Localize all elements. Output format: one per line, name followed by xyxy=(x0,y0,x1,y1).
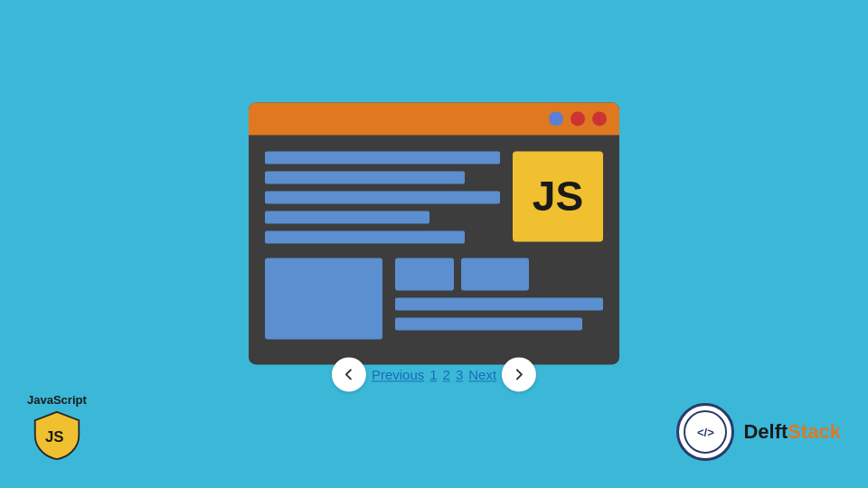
text-line-4 xyxy=(265,211,429,223)
second-row xyxy=(265,258,603,339)
left-column xyxy=(265,151,500,243)
content-area: JS xyxy=(265,151,603,243)
delft-logo-circle: </> xyxy=(676,403,734,461)
pagination: Previous 1 2 3 Next xyxy=(332,357,536,391)
next-circle-button[interactable] xyxy=(502,357,536,391)
traffic-light-red1 xyxy=(571,111,585,126)
page-1-link[interactable]: 1 xyxy=(429,367,437,382)
delft-inner-circle: </> xyxy=(684,410,727,454)
small-blocks-row xyxy=(395,258,603,290)
browser-window: JS Previous 1 2 3 xyxy=(249,102,619,364)
small-block-1 xyxy=(395,258,454,290)
page-2-link[interactable]: 2 xyxy=(443,367,450,382)
page-3-link[interactable]: 3 xyxy=(456,367,463,382)
prev-circle-button[interactable] xyxy=(332,357,366,391)
js-logo-box: JS xyxy=(513,151,603,241)
right-blocks xyxy=(395,258,603,339)
browser-content: JS xyxy=(249,135,619,364)
text-line-3 xyxy=(265,191,500,203)
svg-text:JS: JS xyxy=(45,428,64,446)
brand-delt: Delft xyxy=(743,420,788,443)
delft-code-icon: </> xyxy=(697,426,714,439)
brand-stack: Stack xyxy=(788,420,841,443)
traffic-light-blue xyxy=(549,111,563,126)
text-line-5 xyxy=(265,230,465,243)
text-line-2 xyxy=(265,171,465,183)
big-block xyxy=(265,258,382,339)
delftstack-text: DelftStack xyxy=(743,420,841,444)
wide-block-2 xyxy=(395,317,582,330)
js-shield-icon: JS xyxy=(32,410,82,461)
prev-link[interactable]: Previous xyxy=(372,367,424,382)
text-line-1 xyxy=(265,151,500,164)
next-link[interactable]: Next xyxy=(468,367,496,382)
js-bottom-left: JavaScript JS xyxy=(27,393,87,461)
js-bottom-label: JavaScript xyxy=(27,393,87,407)
traffic-light-red2 xyxy=(592,111,607,126)
wide-block-1 xyxy=(395,297,603,310)
small-block-2 xyxy=(461,258,529,290)
js-logo-text: JS xyxy=(533,172,583,221)
browser-titlebar xyxy=(249,102,619,135)
delftstack-bottom-right: </> DelftStack xyxy=(676,403,841,461)
pagination-links: Previous 1 2 3 Next xyxy=(372,367,496,382)
